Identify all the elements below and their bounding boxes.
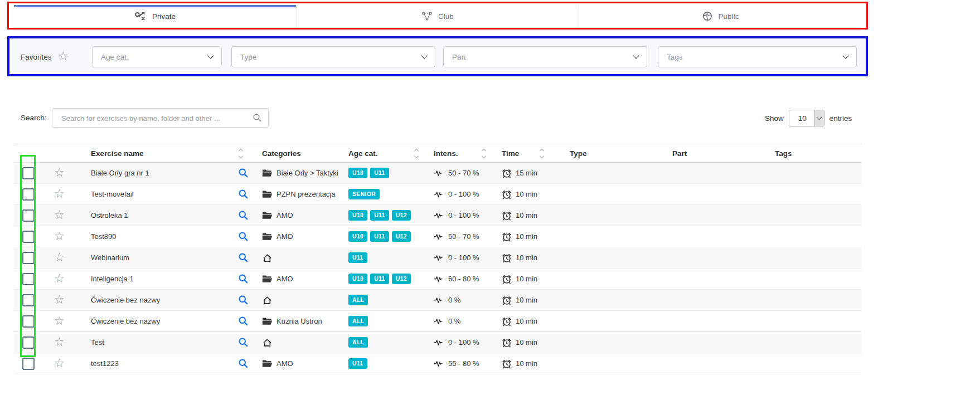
preview-search-icon[interactable] — [238, 231, 249, 242]
sort-icon[interactable] — [238, 148, 244, 159]
age-cat-cell: U10U11U12 — [343, 269, 424, 289]
exercise-name: Webinarium — [91, 253, 129, 262]
intensity-icon — [434, 296, 444, 304]
favorite-star-icon[interactable]: ☆ — [54, 294, 65, 306]
search-label: Search: — [21, 114, 47, 122]
categories-cell: PZPN prezentacja — [254, 184, 343, 204]
sort-icon[interactable] — [539, 148, 545, 159]
type-filter-select[interactable]: Type — [231, 46, 435, 67]
tags-filter-select[interactable]: Tags — [658, 46, 857, 67]
chevron-down-icon — [421, 52, 427, 58]
show-label: Show — [765, 114, 784, 123]
part-cell — [663, 205, 769, 226]
star-icon[interactable]: ☆ — [58, 50, 69, 62]
exercise-name: Inteligencja 1 — [91, 275, 134, 283]
col-header-time[interactable]: Time — [493, 144, 560, 162]
clock-icon — [502, 295, 512, 305]
preview-search-icon[interactable] — [238, 168, 249, 178]
row-checkbox[interactable] — [22, 252, 35, 264]
favorite-star-icon[interactable]: ☆ — [54, 315, 65, 327]
categories-cell: AMO — [254, 269, 343, 289]
intensity-icon — [434, 232, 444, 241]
tags-cell — [769, 247, 861, 268]
table-row: ☆ Ostroleka 1 AMO U10U11U12 0 - 100 % 10… — [14, 205, 861, 226]
favorite-star-icon[interactable]: ☆ — [54, 167, 65, 179]
intensity-value: 0 % — [448, 317, 460, 325]
home-icon — [262, 338, 273, 347]
tab-label: Private — [152, 12, 176, 21]
favorite-star-icon[interactable]: ☆ — [54, 252, 65, 264]
favorite-star-icon[interactable]: ☆ — [54, 188, 65, 200]
intensity-value: 50 - 70 % — [448, 232, 479, 241]
sort-icon[interactable] — [481, 148, 487, 159]
search-box — [52, 108, 269, 128]
col-header-intensity[interactable]: Intens. — [424, 144, 493, 162]
category-label: AMO — [276, 359, 293, 368]
age-badge: U11 — [370, 231, 389, 242]
page-size-control: Show 10 entries — [765, 109, 852, 127]
clock-icon — [502, 253, 512, 263]
preview-search-icon[interactable] — [238, 358, 249, 369]
age-badge: ALL — [348, 316, 368, 326]
preview-search-icon[interactable] — [238, 316, 249, 326]
preview-search-icon[interactable] — [238, 274, 249, 284]
search-input[interactable] — [60, 109, 246, 128]
age-cat-filter-select[interactable]: Age cat. — [92, 46, 222, 67]
time-cell: 15 min — [493, 163, 560, 183]
row-checkbox[interactable] — [22, 188, 35, 201]
tab-club[interactable]: Club — [297, 5, 579, 27]
age-badge: U11 — [370, 274, 389, 284]
tags-cell — [769, 353, 861, 374]
exercise-name: Ostroleka 1 — [91, 211, 128, 219]
intensity-value: 0 % — [448, 296, 460, 304]
preview-search-icon[interactable] — [238, 252, 249, 263]
time-cell: 10 min — [493, 247, 560, 268]
time-value: 10 min — [516, 317, 537, 325]
favorite-star-icon[interactable]: ☆ — [54, 209, 65, 221]
age-cat-cell: ALL — [343, 311, 424, 331]
col-header-age-cat[interactable]: Age cat. — [343, 144, 424, 162]
col-header-exercise-name[interactable]: Exercise name — [78, 144, 237, 162]
preview-search-icon[interactable] — [238, 210, 249, 221]
preview-search-icon[interactable] — [238, 189, 249, 199]
age-badge: SENIOR — [348, 189, 380, 199]
select-dropdown-button[interactable] — [814, 110, 824, 126]
home-icon — [262, 295, 273, 305]
time-value: 10 min — [516, 296, 537, 304]
categories-cell — [254, 247, 343, 268]
tags-cell — [769, 226, 861, 247]
part-filter-select[interactable]: Part — [443, 46, 647, 67]
type-cell — [560, 247, 663, 268]
age-cat-cell: U10U11U12 — [343, 226, 424, 247]
favorite-star-icon[interactable]: ☆ — [54, 231, 65, 242]
time-value: 10 min — [516, 359, 537, 368]
tab-private[interactable]: Private — [14, 5, 297, 27]
row-checkbox[interactable] — [22, 209, 35, 222]
intensity-value: 0 - 100 % — [448, 338, 479, 347]
row-checkbox[interactable] — [22, 231, 35, 243]
tab-label: Club — [438, 12, 454, 21]
age-badge: U10 — [348, 231, 367, 242]
chevron-down-icon — [817, 115, 822, 120]
row-checkbox[interactable] — [22, 294, 35, 306]
row-checkbox[interactable] — [22, 167, 35, 179]
row-checkbox[interactable] — [22, 315, 35, 328]
favorite-star-icon[interactable]: ☆ — [54, 273, 65, 285]
table-row: ☆ Ćwiczenie bez nazwy Kuznia Ustron ALL … — [14, 311, 861, 332]
tags-cell — [769, 311, 861, 331]
favorite-star-icon[interactable]: ☆ — [54, 358, 65, 369]
home-icon — [262, 253, 273, 262]
row-checkbox[interactable] — [22, 358, 35, 370]
time-value: 10 min — [516, 232, 537, 241]
preview-search-icon[interactable] — [238, 295, 249, 305]
sort-icon[interactable] — [414, 148, 419, 159]
page-size-select[interactable]: 10 — [789, 110, 824, 126]
col-header-preview — [237, 144, 254, 162]
row-checkbox[interactable] — [22, 273, 35, 285]
row-checkbox[interactable] — [22, 336, 35, 349]
favorite-star-icon[interactable]: ☆ — [54, 336, 65, 348]
type-cell — [560, 205, 663, 226]
tab-public[interactable]: Public — [579, 5, 861, 27]
preview-search-icon[interactable] — [238, 337, 249, 348]
age-badge: ALL — [348, 295, 368, 305]
